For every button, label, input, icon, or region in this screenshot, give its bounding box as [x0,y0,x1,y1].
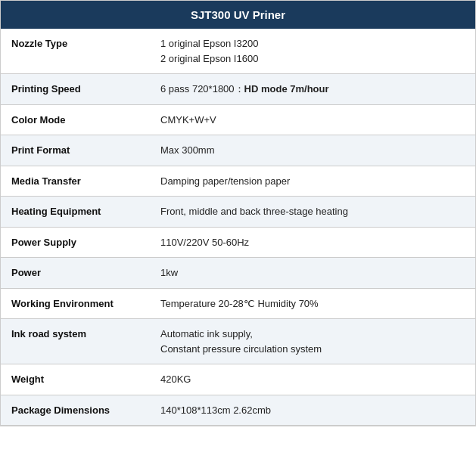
row-value: 6 pass 720*1800：HD mode 7m/hour [150,74,475,105]
row-value: CMYK+W+V [150,104,475,135]
table-row: Printing Speed6 pass 720*1800：HD mode 7m… [1,74,475,105]
table-row: Media TransferDamping paper/tension pape… [1,166,475,197]
table-title: SJT300 UV Priner [1,1,475,29]
row-value: Front, middle and back three-stage heati… [150,197,475,228]
row-value: Damping paper/tension paper [150,166,475,197]
table-row: Heating EquipmentFront, middle and back … [1,197,475,228]
value-bold: HD mode 7m/hour [244,83,329,95]
table-row: Working EnvironmentTemperature 20-28℃ Hu… [1,288,475,319]
table-row: Color ModeCMYK+W+V [1,104,475,135]
spec-table-body: Nozzle Type1 original Epson I32002 origi… [1,29,475,426]
row-value: 1kw [150,258,475,289]
row-value: Automatic ink supply,Constant pressure c… [150,319,475,364]
row-label: Nozzle Type [1,29,150,74]
table-row: Package Dimensions140*108*113cm 2.62cmb [1,395,475,426]
table-row: Ink road systemAutomatic ink supply,Cons… [1,319,475,364]
table-row: Power Supply110V/220V 50-60Hz [1,227,475,258]
row-value: 110V/220V 50-60Hz [150,227,475,258]
row-label: Color Mode [1,104,150,135]
row-value: 420KG [150,364,475,395]
row-label: Package Dimensions [1,395,150,426]
table-row: Weight420KG [1,364,475,395]
row-label: Heating Equipment [1,197,150,228]
row-label: Ink road system [1,319,150,364]
row-value: Max 300mm [150,135,475,166]
row-label: Power Supply [1,227,150,258]
row-label: Media Transfer [1,166,150,197]
row-label: Power [1,258,150,289]
row-value: 1 original Epson I32002 original Epson I… [150,29,475,74]
table-row: Nozzle Type1 original Epson I32002 origi… [1,29,475,74]
row-label: Print Format [1,135,150,166]
row-label: Printing Speed [1,74,150,105]
row-label: Weight [1,364,150,395]
spec-table: SJT300 UV Priner Nozzle Type1 original E… [0,0,476,426]
row-value: 140*108*113cm 2.62cmb [150,395,475,426]
row-label: Working Environment [1,288,150,319]
table-row: Power1kw [1,258,475,289]
row-value: Temperature 20-28℃ Humidity 70% [150,288,475,319]
value-normal: 6 pass 720*1800： [160,83,244,95]
table-row: Print FormatMax 300mm [1,135,475,166]
